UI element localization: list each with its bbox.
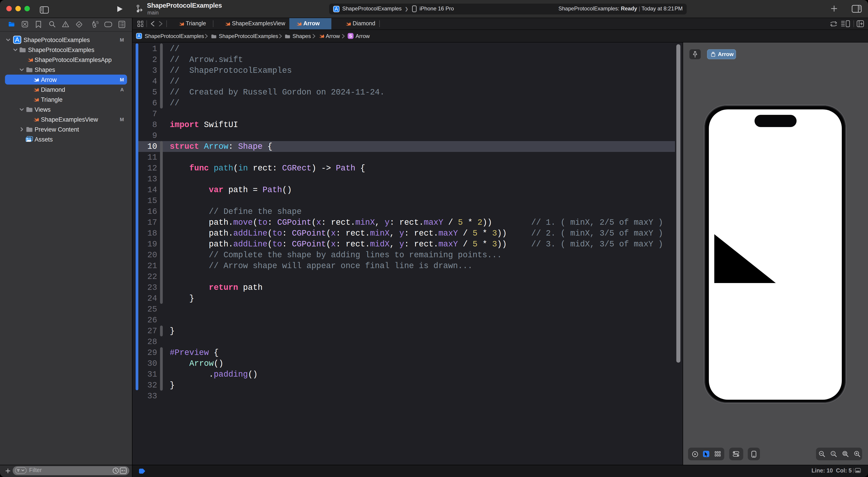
svg-text:1: 1 bbox=[832, 452, 834, 455]
